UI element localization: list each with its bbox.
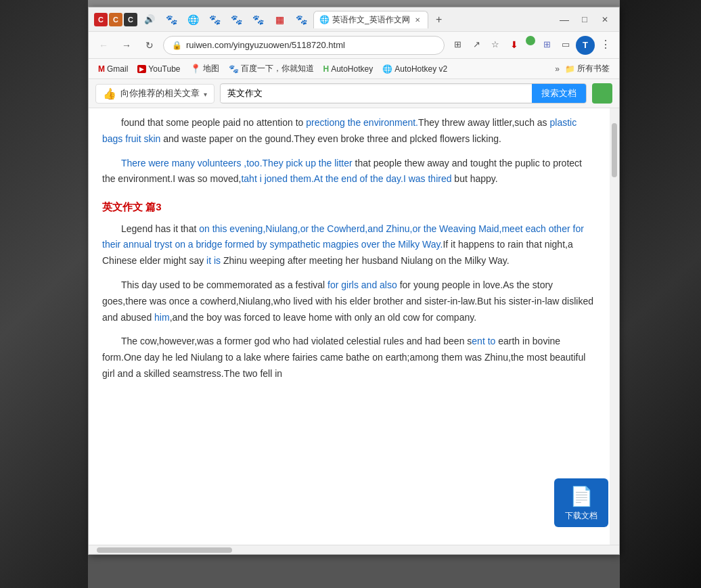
minimize-button[interactable]: — (556, 11, 573, 28)
cast-icon[interactable]: ▭ (557, 36, 574, 53)
bookmark-ahkv2[interactable]: 🌐 AutoHotkey v2 (378, 62, 451, 76)
green-action-button[interactable] (592, 83, 612, 104)
paragraph-5: The cow,however,was a former god who had… (102, 334, 596, 382)
translate-icon[interactable]: ⊞ (449, 36, 466, 53)
menu-dots-icon[interactable]: ⋮ (596, 36, 614, 53)
crimson-icon-2[interactable]: C (109, 13, 122, 26)
forward-button[interactable]: → (117, 36, 136, 55)
baidu-icon: 🐾 (229, 64, 239, 74)
ext-paw-5[interactable]: 🐾 (292, 10, 311, 29)
window-controls: — □ ✕ (556, 11, 614, 28)
ahkv2-label: AutoHotkey v2 (394, 64, 447, 74)
title-bar: C C C 🔊 🐾 🌐 🐾 🐾 🐾 ▦ 🐾 🌐 英语作文_英语作文网 ✕ + —… (89, 7, 619, 32)
bookmark-all[interactable]: 📁 所有书签 (561, 61, 614, 76)
bookmark-baidu[interactable]: 🐾 百度一下，你就知道 (225, 61, 318, 76)
bookmark-maps[interactable]: 📍 地图 (186, 61, 223, 76)
ext-paw-4[interactable]: 🐾 (248, 10, 267, 29)
address-bar: ← → ↻ 🔒 ruiwen.com/yingyuzuowen/5118720.… (89, 32, 619, 59)
ahkv2-icon: 🌐 (382, 64, 392, 74)
section-3-title: 英文作文 篇3 (102, 198, 596, 216)
bookmark-star-icon[interactable]: ☆ (487, 36, 504, 53)
tab-close-btn[interactable]: ✕ (413, 15, 422, 24)
ext-paw-3[interactable]: 🐾 (227, 10, 246, 29)
paragraph-4: This day used to be commemorated as a fe… (102, 277, 596, 325)
maximize-button[interactable]: □ (576, 11, 593, 28)
crimson-icon-3[interactable]: C (124, 13, 137, 26)
green-status-dot (526, 36, 535, 45)
tab-label: 英语作文_英语作文网 (332, 14, 410, 26)
recommend-label: 向你推荐的相关文章 (120, 87, 200, 99)
crimson-icon-1[interactable]: C (94, 13, 108, 26)
refresh-button[interactable]: ↻ (140, 36, 159, 55)
search-button[interactable]: 搜索文档 (532, 84, 586, 103)
back-button[interactable]: ← (94, 36, 113, 55)
maps-label: 地图 (203, 63, 219, 74)
address-bar-actions: ⊞ ↗ ☆ ⬇ ⊞ ▭ T ⋮ (449, 36, 614, 55)
download-icon[interactable]: ⬇ (505, 36, 523, 53)
gmail-icon: M (98, 64, 105, 74)
bg-right-decoration (620, 0, 701, 588)
download-document-button[interactable]: 📄 下载文档 (554, 478, 608, 527)
youtube-label: YouTube (148, 64, 180, 74)
browser-window: C C C 🔊 🐾 🌐 🐾 🐾 🐾 ▦ 🐾 🌐 英语作文_英语作文网 ✕ + —… (88, 7, 620, 555)
close-button[interactable]: ✕ (596, 11, 614, 28)
document-icon: 📄 (570, 485, 593, 507)
active-tab[interactable]: 🌐 英语作文_英语作文网 ✕ (313, 11, 428, 28)
lock-icon: 🔒 (172, 41, 182, 50)
bookmark-gmail[interactable]: M Gmail (94, 62, 132, 76)
page-toolbar: 👍 向你推荐的相关文章 搜索文档 (89, 79, 619, 108)
all-bookmarks-label: 所有书签 (577, 63, 610, 74)
vertical-scrollbar[interactable] (610, 108, 619, 545)
bookmarks-more[interactable]: » (555, 64, 560, 74)
address-input[interactable]: 🔒 ruiwen.com/yingyuzuowen/5118720.html (163, 36, 445, 55)
ext-paw-2[interactable]: 🐾 (205, 10, 224, 29)
bookmarks-bar: M Gmail ▶ YouTube 📍 地图 🐾 百度一下，你就知道 H Aut… (89, 59, 619, 79)
tab-favicon-globe: 🌐 (319, 15, 330, 24)
chevron-down-icon (204, 89, 207, 99)
search-box[interactable]: 搜索文档 (220, 83, 587, 104)
ext-paw-1[interactable]: 🐾 (162, 10, 181, 29)
profile-button[interactable]: T (576, 36, 595, 55)
recommend-button[interactable]: 👍 向你推荐的相关文章 (95, 84, 214, 104)
extensions-puzzle-icon[interactable]: ⊞ (538, 36, 556, 53)
ext-red-square[interactable]: ▦ (270, 10, 289, 29)
horizontal-scrollbar[interactable] (89, 545, 619, 554)
bookmark-youtube[interactable]: ▶ YouTube (133, 62, 184, 76)
scrollbar-thumb[interactable] (612, 123, 617, 177)
bg-left-decoration (0, 0, 88, 588)
baidu-label: 百度一下，你就知道 (241, 63, 314, 74)
paragraph-1: found that some people paid no attention… (102, 115, 596, 148)
folder-icon: 📁 (565, 64, 575, 74)
download-doc-label: 下载文档 (565, 510, 597, 522)
new-tab-button[interactable]: + (431, 12, 447, 28)
maps-icon: 📍 (190, 64, 201, 74)
paragraph-3: Legend has it that on this evening,Niula… (102, 221, 596, 269)
page-content: found that some people paid no attention… (89, 108, 610, 545)
ext-globe[interactable]: 🌐 (183, 10, 202, 29)
paragraph-2: There were many volunteers ,too.They pic… (102, 156, 596, 188)
gmail-label: Gmail (107, 64, 128, 74)
share-icon[interactable]: ↗ (468, 36, 485, 53)
search-input[interactable] (221, 85, 532, 102)
ahk-icon: H (323, 64, 330, 74)
audio-icon[interactable]: 🔊 (140, 10, 159, 29)
youtube-icon: ▶ (137, 65, 146, 73)
h-scrollbar-thumb[interactable] (97, 547, 232, 553)
ahk-label: AutoHotkey (331, 64, 373, 74)
thumbup-icon: 👍 (103, 87, 116, 100)
crimson-icons: C C C (94, 13, 137, 26)
url-text: ruiwen.com/yingyuzuowen/5118720.html (186, 40, 345, 50)
bookmark-ahk[interactable]: H AutoHotkey (319, 62, 378, 76)
